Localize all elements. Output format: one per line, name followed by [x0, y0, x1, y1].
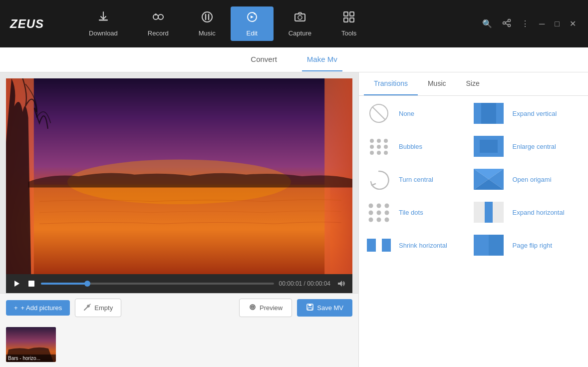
open-origami-label[interactable]: Open origami	[513, 176, 552, 183]
progress-bar[interactable]	[41, 283, 274, 285]
panel-tab-size[interactable]: Size	[456, 72, 490, 95]
save-mv-button[interactable]: Save MV	[297, 299, 352, 317]
transition-none[interactable]: None	[364, 101, 474, 126]
nav-tools[interactable]: Tools	[326, 6, 371, 41]
svg-rect-22	[28, 281, 34, 287]
svg-rect-7	[344, 12, 348, 16]
svg-point-41	[370, 151, 374, 155]
svg-rect-61	[485, 202, 493, 223]
panel-tab-transitions[interactable]: Transitions	[364, 72, 418, 95]
maximize-button[interactable]: □	[553, 17, 562, 30]
minimize-button[interactable]: ─	[537, 17, 547, 30]
search-button[interactable]: 🔍	[480, 17, 494, 30]
enlarge-central-label[interactable]: Enlarge central	[513, 143, 556, 150]
none-label[interactable]: None	[399, 110, 414, 117]
transition-expand-vertical[interactable]: Expand vertical	[474, 103, 584, 124]
svg-point-35	[370, 139, 374, 143]
tile-dots-label[interactable]: Tile dots	[399, 209, 423, 216]
nav-download[interactable]: Download	[74, 6, 133, 41]
svg-point-12	[503, 21, 505, 24]
svg-rect-10	[350, 18, 354, 22]
svg-point-6	[298, 15, 302, 19]
svg-point-37	[384, 139, 388, 143]
transition-turn-central[interactable]: Turn central	[364, 167, 474, 192]
add-pictures-button[interactable]: + + Add pictures	[6, 300, 70, 316]
nav-tools-label: Tools	[341, 29, 356, 37]
menu-button[interactable]: ⋮	[519, 17, 531, 30]
panel-tab-music[interactable]: Music	[418, 72, 456, 95]
record-icon	[152, 10, 165, 26]
page-flip-label[interactable]: Page flip right	[513, 242, 553, 249]
svg-point-26	[252, 307, 253, 308]
transition-enlarge-central[interactable]: Enlarge central	[474, 136, 584, 157]
expand-vertical-thumb	[474, 103, 504, 124]
transitions-list: None Expand vertical	[359, 96, 588, 367]
transition-open-origami[interactable]: Open origami	[474, 169, 584, 190]
nav-music[interactable]: Music	[184, 6, 231, 41]
nav-record-label: Record	[148, 29, 169, 37]
transition-page-flip[interactable]: Page flip right	[474, 235, 584, 256]
enlarge-central-thumb	[474, 136, 504, 157]
panel-tabs: Transitions Music Size	[359, 72, 588, 96]
shrink-horizontal-icon	[364, 233, 394, 258]
svg-point-53	[385, 204, 389, 208]
svg-point-51	[369, 204, 373, 208]
transition-tile-dots[interactable]: Tile dots	[364, 200, 474, 225]
tab-convert[interactable]: Convert	[246, 48, 282, 71]
expand-vertical-label[interactable]: Expand vertical	[513, 110, 557, 117]
close-button[interactable]: ✕	[568, 17, 578, 30]
svg-rect-28	[308, 304, 311, 306]
preview-button[interactable]: Preview	[239, 299, 292, 317]
svg-marker-21	[14, 281, 19, 287]
share-button[interactable]	[500, 16, 513, 31]
tab-make-mv[interactable]: Make Mv	[302, 48, 342, 71]
nav-record[interactable]: Record	[133, 6, 184, 41]
progress-fill	[41, 283, 87, 285]
nav-download-label: Download	[89, 29, 118, 37]
action-bar: + + Add pictures Empty	[0, 293, 358, 322]
app-logo: ZEUS	[10, 17, 44, 31]
video-controls: 00:00:01 / 00:00:04	[6, 274, 352, 293]
page-flip-thumb	[474, 235, 504, 256]
svg-rect-62	[367, 239, 376, 252]
stop-button[interactable]	[27, 279, 36, 288]
film-item[interactable]: Bars - horizo...	[6, 327, 56, 362]
expand-horizontal-label[interactable]: Expand horizontal	[513, 209, 565, 216]
tab-bar: Convert Make Mv	[0, 47, 588, 72]
svg-point-3	[155, 13, 157, 15]
wand-icon	[83, 303, 91, 313]
nav-music-label: Music	[199, 29, 216, 37]
turn-central-icon	[364, 167, 394, 192]
svg-point-57	[369, 218, 373, 222]
svg-point-36	[377, 139, 381, 143]
nav-capture[interactable]: Capture	[274, 6, 326, 41]
empty-button[interactable]: Empty	[75, 299, 121, 317]
transition-shrink-horizontal[interactable]: Shrink horizontal	[364, 233, 474, 258]
topnav: ZEUS Download Record	[0, 0, 588, 47]
play-button[interactable]	[12, 279, 22, 289]
svg-point-2	[158, 14, 163, 19]
transition-expand-horizontal[interactable]: Expand horizontal	[474, 202, 584, 223]
turn-central-label[interactable]: Turn central	[399, 176, 433, 183]
svg-rect-5	[295, 14, 305, 21]
svg-point-59	[385, 218, 389, 222]
nav-edit[interactable]: Edit	[231, 6, 274, 41]
svg-line-14	[505, 21, 508, 22]
transition-bubbles[interactable]: Bubbles	[364, 134, 474, 159]
svg-point-43	[384, 151, 388, 155]
filmstrip: Bars - horizo...	[0, 322, 358, 367]
svg-point-38	[370, 145, 374, 149]
progress-thumb	[84, 281, 90, 287]
volume-button[interactable]	[335, 278, 346, 289]
svg-line-15	[505, 23, 508, 25]
video-container: 00:00:01 / 00:00:04	[6, 78, 352, 293]
svg-rect-8	[350, 12, 354, 16]
svg-rect-9	[344, 18, 348, 22]
svg-point-39	[377, 145, 381, 149]
svg-point-4	[202, 12, 212, 22]
shrink-horizontal-label[interactable]: Shrink horizontal	[399, 242, 447, 249]
video-scene	[6, 78, 352, 274]
preview-icon	[249, 303, 257, 313]
bubbles-label[interactable]: Bubbles	[399, 143, 422, 150]
nav-capture-label: Capture	[289, 29, 311, 37]
